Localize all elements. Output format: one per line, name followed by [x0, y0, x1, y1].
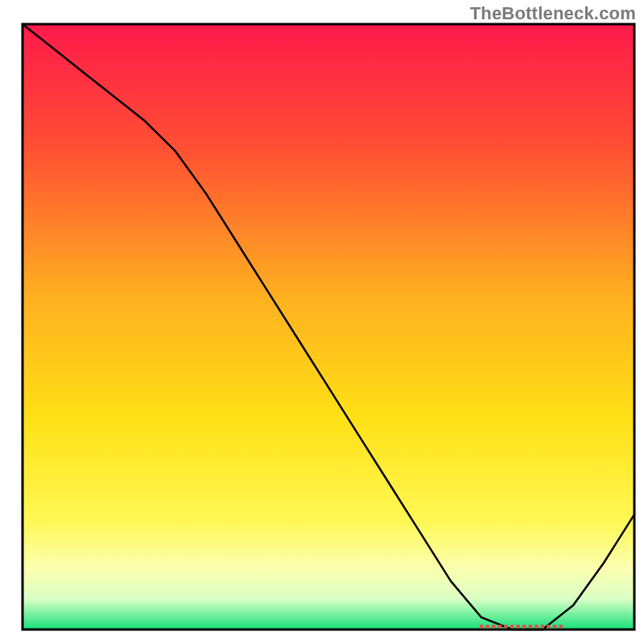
- optimal-range-marker: [516, 625, 520, 629]
- optimal-range-marker: [492, 625, 496, 629]
- optimal-range-marker: [559, 625, 564, 629]
- optimal-range-marker: [510, 625, 514, 629]
- optimal-range-marker: [504, 625, 508, 629]
- bottleneck-chart: [0, 0, 644, 644]
- optimal-range-marker: [553, 625, 557, 629]
- optimal-range-marker: [541, 625, 545, 629]
- optimal-range-marker: [547, 625, 551, 629]
- chart-background: [23, 24, 634, 630]
- optimal-range-marker: [485, 625, 489, 629]
- optimal-range-marker: [522, 625, 526, 629]
- chart-container: TheBottleneck.com: [0, 0, 644, 644]
- watermark-label: TheBottleneck.com: [470, 3, 636, 24]
- optimal-range-marker: [529, 625, 533, 629]
- optimal-range-marker: [480, 625, 484, 629]
- optimal-range-marker: [498, 625, 502, 629]
- optimal-range-marker: [535, 625, 539, 629]
